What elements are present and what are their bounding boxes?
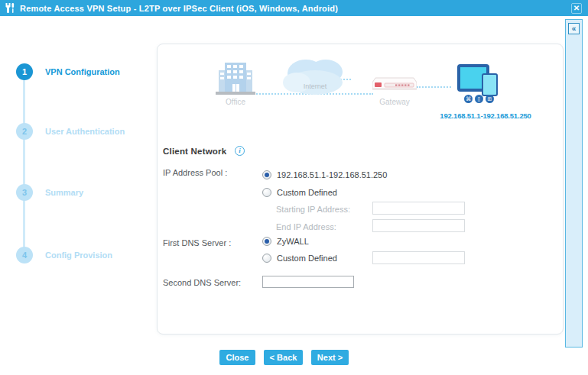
end-ip-input[interactable] — [372, 219, 465, 232]
ip-pool-custom-option-label: Custom Defined — [277, 188, 337, 197]
step-number-badge: 1 — [16, 63, 33, 80]
client-devices-icon — [457, 61, 503, 99]
wizard-content-panel: Office Internet Gateway — [157, 44, 564, 335]
info-icon[interactable]: i — [235, 146, 245, 156]
gateway-device-icon — [372, 76, 417, 93]
titlebar: Remote Access VPN Setup - L2TP over IPSe… — [0, 0, 588, 16]
first-dns-custom-radio[interactable] — [262, 254, 271, 263]
close-icon[interactable]: ✕ — [571, 3, 582, 14]
gateway-label: Gateway — [371, 98, 418, 106]
ip-pool-default-radio[interactable] — [262, 170, 271, 179]
step-vpn-configuration[interactable]: 1 VPN Configuration — [16, 63, 120, 80]
ip-pool-default-option-label: 192.168.51.1-192.168.51.250 — [277, 170, 387, 179]
os-icons-row: ⌘ ▯ ⊞ — [464, 95, 494, 103]
window-title: Remote Access VPN Setup - L2TP over IPSe… — [20, 4, 571, 13]
ip-pool-custom-option: Custom Defined — [262, 188, 337, 197]
step-label: Summary — [45, 188, 83, 197]
steps-connector-line — [23, 72, 25, 255]
wizard-window: Remote Access VPN Setup - L2TP over IPSe… — [0, 0, 588, 375]
close-button[interactable]: Close — [219, 350, 255, 365]
office-building-icon — [216, 60, 255, 96]
gateway-devices-dotted-link — [417, 86, 451, 88]
ip-pool-custom-radio[interactable] — [262, 188, 271, 197]
step-number-badge: 2 — [16, 123, 33, 140]
os-windows-icon: ⊞ — [486, 95, 494, 103]
os-apple-icon: ⌘ — [464, 95, 473, 103]
first-dns-zywall-radio[interactable] — [262, 237, 271, 246]
first-dns-custom-option-label: Custom Defined — [277, 254, 337, 263]
help-panel-strip: « — [565, 19, 583, 348]
second-dns-label: Second DNS Server: — [163, 278, 241, 287]
wizard-tools-icon — [5, 2, 16, 14]
ip-pool-default-option: 192.168.51.1-192.168.51.250 — [262, 170, 387, 179]
first-dns-custom-input[interactable] — [372, 251, 465, 264]
first-dns-label: First DNS Server : — [163, 238, 231, 247]
starting-ip-label: Starting IP Address: — [276, 205, 350, 214]
phone-icon — [482, 73, 498, 96]
second-dns-input[interactable] — [262, 276, 354, 288]
step-user-authentication[interactable]: 2 User Authentication — [16, 123, 125, 140]
assigned-ip-range-label: 192.168.51.1-192.168.51.250 — [436, 112, 535, 120]
first-dns-zywall-option: ZyWALL — [262, 237, 309, 246]
step-label: VPN Configuration — [45, 67, 120, 76]
back-button[interactable]: < Back — [264, 350, 303, 365]
internet-label: Internet — [286, 82, 344, 90]
step-config-provision[interactable]: 4 Config Provision — [16, 247, 112, 263]
first-dns-custom-option: Custom Defined — [262, 254, 337, 263]
office-label: Office — [216, 98, 255, 106]
collapse-panel-button[interactable]: « — [568, 23, 580, 34]
next-button[interactable]: Next > — [311, 350, 349, 365]
step-label: Config Provision — [45, 251, 112, 260]
step-summary[interactable]: 3 Summary — [16, 184, 83, 201]
os-android-icon: ▯ — [475, 95, 483, 103]
client-network-heading: Client Network — [163, 147, 226, 156]
end-ip-label: End IP Address: — [276, 222, 336, 231]
ip-address-pool-label: IP Address Pool : — [163, 168, 227, 177]
vpn-topology-diagram: Office Internet Gateway — [158, 44, 563, 136]
step-number-badge: 4 — [16, 247, 33, 263]
starting-ip-input[interactable] — [372, 202, 465, 215]
step-label: User Authentication — [45, 127, 125, 136]
first-dns-zywall-option-label: ZyWALL — [277, 237, 309, 246]
step-number-badge: 3 — [16, 184, 33, 201]
